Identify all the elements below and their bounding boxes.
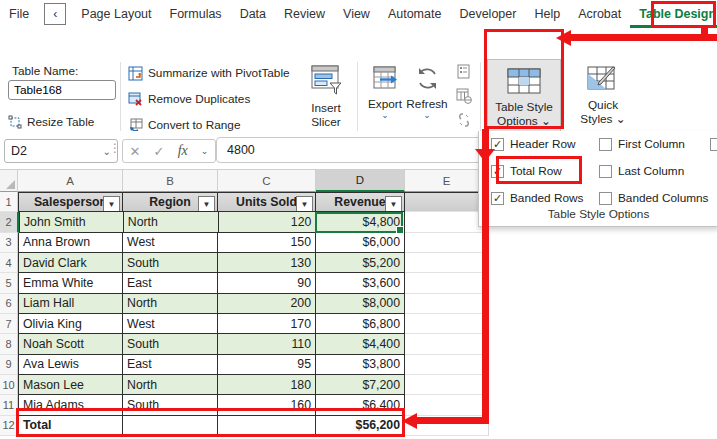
checkbox-header-row[interactable]: ✓Header Row (491, 136, 576, 152)
cell-empty[interactable] (405, 253, 489, 273)
tab-developer[interactable]: Developer (450, 0, 525, 28)
resize-table-button[interactable]: Resize Table (8, 112, 94, 132)
cell[interactable]: 120 (219, 212, 317, 232)
cell-empty[interactable] (405, 192, 489, 212)
checkbox-first-column[interactable]: First Column (599, 136, 685, 152)
row-number[interactable]: 4 (0, 253, 18, 273)
cell-empty[interactable] (405, 334, 489, 354)
row-number[interactable]: 7 (0, 314, 18, 334)
fill-handle[interactable] (396, 226, 404, 234)
cell[interactable]: $3,600 (316, 273, 405, 293)
tab-formulas[interactable]: Formulas (161, 0, 231, 28)
cell[interactable]: David Clark (18, 253, 123, 273)
cell[interactable]: Emma White (18, 273, 123, 293)
cell[interactable]: Liam Hall (18, 294, 123, 314)
insert-function-icon[interactable]: fx (178, 143, 188, 159)
cell[interactable]: Noah Scott (18, 334, 123, 354)
cell[interactable]: $3,800 (316, 355, 405, 375)
row-number[interactable]: 9 (0, 355, 18, 375)
tab-automate[interactable]: Automate (379, 0, 451, 28)
row-number[interactable]: 2 (0, 212, 19, 232)
remove-duplicates-button[interactable]: Remove Duplicates (128, 89, 250, 109)
table-header-cell[interactable]: Region▼ (123, 192, 218, 212)
enter-icon[interactable]: ✓ (154, 144, 165, 159)
checkbox-banded-rows[interactable]: ✓Banded Rows (491, 190, 583, 206)
insert-slicer-button[interactable]: Insert Slicer (302, 61, 350, 129)
tab-view[interactable]: View (334, 0, 379, 28)
row-number[interactable]: 3 (0, 233, 18, 253)
row-number[interactable]: 10 (0, 375, 18, 395)
tab-data[interactable]: Data (231, 0, 275, 28)
table-header-cell[interactable]: Revenue▼ (316, 192, 405, 212)
tab-help[interactable]: Help (525, 0, 569, 28)
cell-empty[interactable] (405, 375, 489, 395)
cell[interactable]: 130 (218, 253, 316, 273)
cell[interactable]: East (123, 273, 218, 293)
tab-file[interactable]: File (0, 0, 38, 28)
cell[interactable]: $8,000 (316, 294, 405, 314)
cell[interactable]: Olivia King (18, 314, 123, 334)
cell[interactable]: East (123, 355, 218, 375)
cell-empty[interactable] (405, 212, 489, 232)
column-header-e[interactable]: E (405, 170, 489, 192)
cell-empty[interactable] (405, 355, 489, 375)
quick-styles-button[interactable]: Quick Styles ⌄ (568, 61, 638, 126)
table-header-cell[interactable]: Salesperson▼ (18, 192, 123, 212)
open-in-browser-icon[interactable] (456, 88, 472, 104)
cell[interactable]: $7,200 (316, 375, 405, 395)
cell-empty[interactable] (405, 395, 489, 415)
cell[interactable]: North (123, 294, 218, 314)
cell[interactable]: 90 (218, 273, 316, 293)
cell[interactable]: 200 (218, 294, 316, 314)
cell-empty[interactable] (405, 314, 489, 334)
table-header-cell[interactable]: Units Sold▼ (218, 192, 316, 212)
cell[interactable]: 150 (218, 233, 316, 253)
unlink-icon[interactable] (456, 112, 472, 128)
row-number[interactable]: 8 (0, 334, 18, 354)
tab-[interactable]: ‹ (44, 3, 66, 25)
refresh-button[interactable]: Refresh ⌄ (402, 61, 452, 119)
cell[interactable]: South (123, 334, 218, 354)
row-number[interactable]: 5 (0, 273, 18, 293)
cell-empty[interactable] (405, 294, 489, 314)
cell[interactable]: West (123, 233, 218, 253)
column-header-a[interactable]: A (18, 170, 123, 192)
export-dropdown-chevron[interactable]: ⌄ (381, 111, 389, 119)
cell[interactable]: Mason Lee (18, 375, 123, 395)
column-header-b[interactable]: B (123, 170, 218, 192)
cell[interactable]: 95 (218, 355, 316, 375)
tab-acrobat[interactable]: Acrobat (569, 0, 630, 28)
cell[interactable]: $6,800 (316, 314, 405, 334)
column-header-d[interactable]: D (316, 170, 405, 192)
cell[interactable]: $5,200 (316, 253, 405, 273)
cell[interactable]: North (124, 212, 219, 232)
table-name-input[interactable] (8, 80, 116, 100)
row-number[interactable]: 6 (0, 294, 18, 314)
cell[interactable]: $4,400 (316, 334, 405, 354)
cell[interactable]: Anna Brown (18, 233, 123, 253)
cell[interactable]: 110 (218, 334, 316, 354)
name-box[interactable]: D2 ⌄ (4, 139, 118, 163)
cell-empty[interactable] (405, 233, 489, 253)
cell[interactable]: 170 (218, 314, 316, 334)
checkbox-last-column[interactable]: Last Column (599, 163, 684, 179)
refresh-dropdown-chevron[interactable]: ⌄ (423, 111, 431, 119)
summarize-pivottable-button[interactable]: Summarize with PivotTable (128, 63, 290, 83)
cell[interactable]: West (123, 314, 218, 334)
checkbox-banded-columns[interactable]: Banded Columns (599, 190, 709, 206)
cell[interactable]: 180 (218, 375, 316, 395)
cell[interactable]: John Smith (19, 212, 124, 232)
formula-input[interactable]: 4800 (216, 137, 498, 163)
cell[interactable]: $6,000 (316, 233, 405, 253)
cutoff-checkbox[interactable] (710, 136, 717, 152)
filter-dropdown-icon[interactable]: ▼ (103, 196, 120, 213)
cell[interactable]: North (123, 375, 218, 395)
filter-dropdown-icon[interactable]: ▼ (198, 196, 215, 213)
filter-dropdown-icon[interactable]: ▼ (385, 196, 402, 213)
table-properties-icon[interactable] (456, 64, 471, 79)
cell[interactable]: Ava Lewis (18, 355, 123, 375)
row-number[interactable]: 1 (0, 192, 18, 212)
select-all-corner[interactable] (0, 170, 18, 192)
cell-empty[interactable] (405, 273, 489, 293)
column-header-c[interactable]: C (218, 170, 316, 192)
